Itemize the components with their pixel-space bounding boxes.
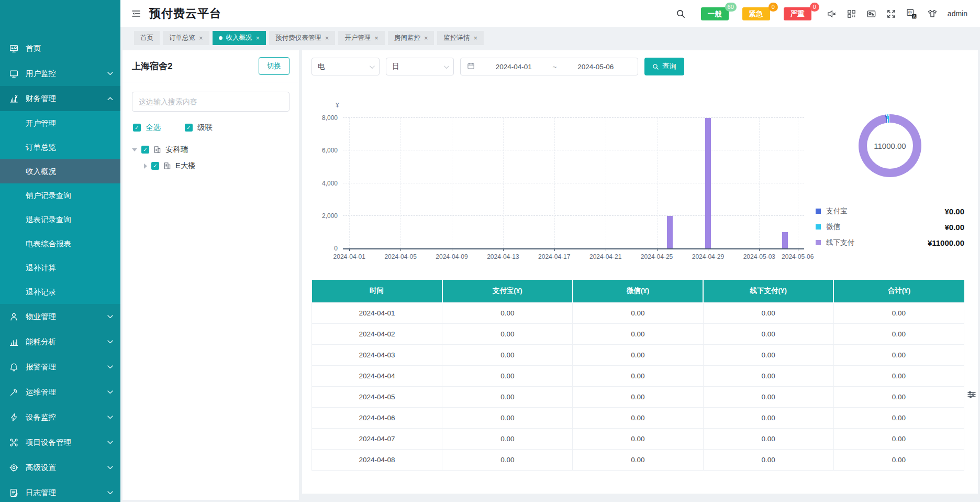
tab-监控详情[interactable]: 监控详情× bbox=[437, 31, 484, 45]
sidebar-subitem-电表综合报表[interactable]: 电表综合报表 bbox=[0, 232, 120, 256]
table-cell: 0.00 bbox=[442, 302, 573, 323]
sidebar-subitem-订单总览[interactable]: 订单总览 bbox=[0, 135, 120, 159]
legend-item-线下支付[interactable]: 线下支付¥11000.00 bbox=[816, 235, 964, 250]
topbar: 预付费云平台 一般60紧急0严重0 中A bbox=[120, 0, 980, 27]
mute-icon[interactable] bbox=[827, 9, 837, 19]
building-tree: ✓ 安科瑞 ✓ E大楼 bbox=[132, 141, 289, 174]
sidebar-subitem-开户管理[interactable]: 开户管理 bbox=[0, 111, 120, 135]
table-header-cell: 线下支付(¥) bbox=[703, 280, 833, 302]
tab-房间监控[interactable]: 房间监控× bbox=[388, 31, 435, 45]
period-select[interactable]: 日 bbox=[386, 58, 454, 75]
legend-item-支付宝[interactable]: 支付宝¥0.00 bbox=[816, 203, 964, 219]
table-cell: 0.00 bbox=[573, 302, 703, 323]
bar-2024-05-05[interactable] bbox=[782, 232, 788, 248]
sidebar-item-设备监控[interactable]: 设备监控 bbox=[0, 405, 120, 430]
sidebar-item-财务管理[interactable]: 财务管理 bbox=[0, 86, 120, 111]
switch-building-button[interactable]: 切换 bbox=[259, 57, 289, 75]
check-all-label: 全选 bbox=[146, 123, 161, 133]
y-axis-label: 4,000 bbox=[311, 180, 338, 187]
table-cell: 0.00 bbox=[833, 302, 964, 323]
sidebar-item-用户监控[interactable]: 用户监控 bbox=[0, 61, 120, 86]
x-axis-label: 2024-05-03 bbox=[743, 253, 775, 260]
tab-订单总览[interactable]: 订单总览× bbox=[163, 31, 209, 45]
sidebar-subitem-退补计算[interactable]: 退补计算 bbox=[0, 256, 120, 280]
alarm-badge-严重[interactable]: 严重0 bbox=[784, 7, 811, 20]
date-end[interactable]: 2024-05-06 bbox=[560, 63, 631, 71]
bar-2024-04-26[interactable] bbox=[667, 216, 673, 248]
sidebar-item-运维管理[interactable]: 运维管理 bbox=[0, 379, 120, 405]
sidebar-subitem-销户记录查询[interactable]: 销户记录查询 bbox=[0, 183, 120, 208]
energy-type-select[interactable]: 电 bbox=[311, 58, 380, 75]
tabbar: 首页订单总览×收入概况×预付费仪表管理×开户管理×房间监控×监控详情× bbox=[120, 27, 980, 48]
checkbox-checked-icon[interactable]: ✓ bbox=[151, 162, 159, 170]
cascade-label: 级联 bbox=[197, 123, 213, 133]
table-row: 2024-04-070.000.000.000.00 bbox=[312, 428, 964, 449]
sidebar-item-报警管理[interactable]: 报警管理 bbox=[0, 354, 120, 379]
caret-right-icon[interactable] bbox=[144, 163, 147, 169]
close-icon[interactable]: × bbox=[325, 34, 329, 42]
alarm-badges: 一般60紧急0严重0 bbox=[701, 7, 811, 20]
tab-首页[interactable]: 首页 bbox=[134, 31, 160, 45]
alarm-badge-紧急[interactable]: 紧急0 bbox=[742, 7, 770, 20]
table-cell: 0.00 bbox=[703, 449, 833, 470]
sidebar-item-首页[interactable]: 首页 bbox=[0, 36, 120, 61]
bar-2024-04-29[interactable] bbox=[705, 118, 711, 248]
sidebar-item-高级设置[interactable]: 高级设置 bbox=[0, 455, 120, 480]
query-button[interactable]: 查询 bbox=[644, 58, 684, 75]
close-icon[interactable]: × bbox=[256, 34, 260, 42]
search-icon[interactable] bbox=[676, 9, 686, 19]
caret-down-icon[interactable] bbox=[132, 148, 137, 151]
cascade-option[interactable]: ✓ 级联 bbox=[185, 123, 213, 133]
close-icon[interactable]: × bbox=[473, 34, 477, 42]
tree-node-child[interactable]: ✓ E大楼 bbox=[132, 158, 289, 174]
alarm-badge-一般[interactable]: 一般60 bbox=[701, 7, 729, 20]
table-cell: 0.00 bbox=[833, 428, 964, 449]
grid-icon[interactable] bbox=[847, 9, 856, 19]
menu-fold-icon[interactable] bbox=[131, 8, 141, 19]
column-settings-icon[interactable] bbox=[967, 390, 976, 399]
legend-value: ¥0.00 bbox=[944, 223, 964, 232]
checkbox-checked-icon[interactable]: ✓ bbox=[141, 146, 149, 154]
dashboard-chart-icon[interactable] bbox=[866, 9, 876, 19]
sidebar-subitem-退表记录查询[interactable]: 退表记录查询 bbox=[0, 208, 120, 232]
tab-收入概况[interactable]: 收入概况× bbox=[213, 31, 266, 45]
close-icon[interactable]: × bbox=[199, 34, 203, 42]
table-cell: 0.00 bbox=[703, 365, 833, 386]
app-title: 预付费云平台 bbox=[149, 6, 221, 21]
sidebar-item-项目设备管理[interactable]: 项目设备管理 bbox=[0, 430, 120, 455]
date-range-picker[interactable]: 2024-04-01 ~ 2024-05-06 bbox=[460, 58, 638, 75]
legend-item-微信[interactable]: 微信¥0.00 bbox=[816, 219, 964, 235]
username[interactable]: admin bbox=[948, 9, 967, 18]
checkbox-checked-icon: ✓ bbox=[133, 124, 141, 132]
table-cell: 2024-04-07 bbox=[312, 428, 442, 449]
filter-row: 电 日 2024-04-01 ~ 2024-05-06 bbox=[311, 58, 968, 75]
date-start[interactable]: 2024-04-01 bbox=[478, 63, 550, 71]
translate-icon[interactable]: 中A bbox=[906, 8, 917, 19]
chevron-down-icon bbox=[444, 63, 449, 69]
table-cell: 0.00 bbox=[442, 323, 573, 344]
sidebar-item-日志管理[interactable]: 日志管理 bbox=[0, 480, 120, 502]
legend-label: 支付宝 bbox=[826, 206, 848, 216]
tree-options: ✓ 全选 ✓ 级联 bbox=[133, 123, 288, 133]
donut-center: 11000.00 bbox=[867, 123, 913, 169]
sidebar-subitem-退补记录[interactable]: 退补记录 bbox=[0, 280, 120, 304]
tab-开户管理[interactable]: 开户管理× bbox=[338, 31, 385, 45]
submenu-财务管理: 开户管理订单总览收入概况销户记录查询退表记录查询电表综合报表退补计算退补记录 bbox=[0, 111, 120, 304]
chevron-up-icon bbox=[107, 97, 113, 101]
table-cell: 0.00 bbox=[573, 407, 703, 428]
fullscreen-icon[interactable] bbox=[886, 9, 896, 19]
sidebar-item-能耗分析[interactable]: 能耗分析 bbox=[0, 329, 120, 354]
check-all-option[interactable]: ✓ 全选 bbox=[133, 123, 161, 133]
main-area: 预付费云平台 一般60紧急0严重0 中A bbox=[120, 0, 980, 502]
tree-node-root[interactable]: ✓ 安科瑞 bbox=[132, 141, 289, 158]
tab-预付费仪表管理[interactable]: 预付费仪表管理× bbox=[269, 31, 335, 45]
tree-search-input[interactable] bbox=[132, 92, 289, 112]
theme-shirt-icon[interactable] bbox=[927, 8, 938, 19]
gridline bbox=[400, 118, 401, 248]
sidebar-item-物业管理[interactable]: 物业管理 bbox=[0, 304, 120, 329]
close-icon[interactable]: × bbox=[424, 34, 428, 42]
sidebar-subitem-收入概况[interactable]: 收入概况 bbox=[0, 159, 120, 183]
table-cell: 2024-04-02 bbox=[312, 323, 442, 344]
close-icon[interactable]: × bbox=[374, 34, 378, 42]
gridline bbox=[759, 118, 760, 248]
